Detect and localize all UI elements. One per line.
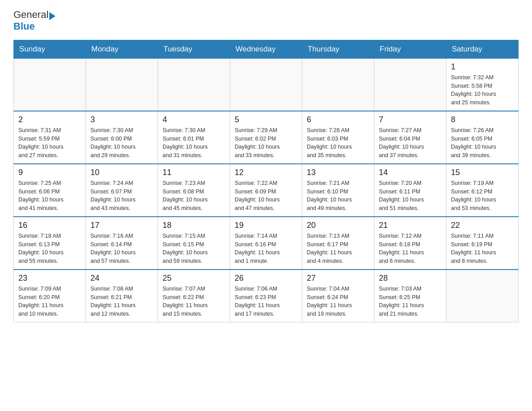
calendar-cell: 27Sunrise: 7:04 AM Sunset: 6:24 PM Dayli… (302, 270, 374, 322)
day-info: Sunrise: 7:04 AM Sunset: 6:24 PM Dayligh… (307, 285, 369, 318)
calendar-cell (302, 58, 374, 111)
day-info: Sunrise: 7:28 AM Sunset: 6:03 PM Dayligh… (307, 126, 369, 160)
calendar-cell: 6Sunrise: 7:28 AM Sunset: 6:03 PM Daylig… (302, 111, 374, 164)
calendar-cell (374, 58, 446, 111)
column-header-saturday: Saturday (446, 40, 519, 58)
calendar-week-row: 1Sunrise: 7:32 AM Sunset: 5:58 PM Daylig… (14, 58, 519, 111)
day-info: Sunrise: 7:20 AM Sunset: 6:11 PM Dayligh… (379, 179, 442, 213)
calendar-cell (86, 58, 158, 111)
day-info: Sunrise: 7:31 AM Sunset: 5:59 PM Dayligh… (18, 126, 81, 160)
day-number: 28 (379, 274, 442, 283)
day-number: 26 (235, 274, 297, 283)
column-header-sunday: Sunday (14, 40, 86, 58)
day-info: Sunrise: 7:11 AM Sunset: 6:19 PM Dayligh… (451, 232, 514, 265)
page-header: General Blue (13, 9, 519, 33)
calendar-week-row: 2Sunrise: 7:31 AM Sunset: 5:59 PM Daylig… (14, 111, 519, 164)
calendar-cell: 23Sunrise: 7:09 AM Sunset: 6:20 PM Dayli… (14, 270, 86, 322)
day-number: 11 (163, 168, 225, 177)
day-info: Sunrise: 7:32 AM Sunset: 5:58 PM Dayligh… (451, 73, 514, 107)
day-info: Sunrise: 7:23 AM Sunset: 6:08 PM Dayligh… (163, 179, 225, 213)
day-info: Sunrise: 7:24 AM Sunset: 6:07 PM Dayligh… (90, 179, 153, 213)
day-number: 5 (235, 115, 297, 124)
day-info: Sunrise: 7:08 AM Sunset: 6:21 PM Dayligh… (90, 285, 153, 318)
calendar-cell (446, 270, 519, 322)
day-number: 16 (18, 221, 81, 230)
day-number: 2 (18, 115, 81, 124)
day-info: Sunrise: 7:03 AM Sunset: 6:25 PM Dayligh… (379, 285, 442, 318)
calendar-cell: 3Sunrise: 7:30 AM Sunset: 6:00 PM Daylig… (86, 111, 158, 164)
day-number: 27 (307, 274, 369, 283)
day-number: 7 (379, 115, 442, 124)
calendar-cell: 10Sunrise: 7:24 AM Sunset: 6:07 PM Dayli… (86, 164, 158, 217)
calendar-cell: 2Sunrise: 7:31 AM Sunset: 5:59 PM Daylig… (14, 111, 86, 164)
day-info: Sunrise: 7:16 AM Sunset: 6:14 PM Dayligh… (90, 232, 153, 265)
day-info: Sunrise: 7:19 AM Sunset: 6:12 PM Dayligh… (451, 179, 514, 213)
day-number: 21 (379, 221, 442, 230)
calendar-week-row: 16Sunrise: 7:18 AM Sunset: 6:13 PM Dayli… (14, 217, 519, 270)
day-info: Sunrise: 7:07 AM Sunset: 6:22 PM Dayligh… (163, 285, 225, 318)
day-info: Sunrise: 7:15 AM Sunset: 6:15 PM Dayligh… (163, 232, 225, 265)
logo-line1: General (13, 9, 56, 21)
calendar-week-row: 9Sunrise: 7:25 AM Sunset: 6:06 PM Daylig… (14, 164, 519, 217)
day-number: 24 (90, 274, 153, 283)
calendar-cell: 5Sunrise: 7:29 AM Sunset: 6:02 PM Daylig… (230, 111, 302, 164)
calendar-cell: 24Sunrise: 7:08 AM Sunset: 6:21 PM Dayli… (86, 270, 158, 322)
calendar-cell: 12Sunrise: 7:22 AM Sunset: 6:09 PM Dayli… (230, 164, 302, 217)
calendar-cell: 28Sunrise: 7:03 AM Sunset: 6:25 PM Dayli… (374, 270, 446, 322)
logo-blue-text: Blue (13, 21, 56, 32)
day-info: Sunrise: 7:09 AM Sunset: 6:20 PM Dayligh… (18, 285, 81, 318)
calendar-cell (14, 58, 86, 111)
logo: General Blue (13, 9, 56, 33)
calendar-cell: 4Sunrise: 7:30 AM Sunset: 6:01 PM Daylig… (158, 111, 230, 164)
calendar-header-row: SundayMondayTuesdayWednesdayThursdayFrid… (14, 40, 519, 58)
calendar-cell: 19Sunrise: 7:14 AM Sunset: 6:16 PM Dayli… (230, 217, 302, 270)
calendar-cell: 14Sunrise: 7:20 AM Sunset: 6:11 PM Dayli… (374, 164, 446, 217)
day-info: Sunrise: 7:13 AM Sunset: 6:17 PM Dayligh… (307, 232, 369, 265)
day-number: 20 (307, 221, 369, 230)
day-number: 10 (90, 168, 153, 177)
calendar-table: SundayMondayTuesdayWednesdayThursdayFrid… (13, 40, 519, 322)
calendar-cell: 7Sunrise: 7:27 AM Sunset: 6:04 PM Daylig… (374, 111, 446, 164)
column-header-wednesday: Wednesday (230, 40, 302, 58)
calendar-cell: 13Sunrise: 7:21 AM Sunset: 6:10 PM Dayli… (302, 164, 374, 217)
calendar-cell: 22Sunrise: 7:11 AM Sunset: 6:19 PM Dayli… (446, 217, 519, 270)
calendar-cell: 8Sunrise: 7:26 AM Sunset: 6:05 PM Daylig… (446, 111, 519, 164)
day-number: 13 (307, 168, 369, 177)
column-header-friday: Friday (374, 40, 446, 58)
calendar-week-row: 23Sunrise: 7:09 AM Sunset: 6:20 PM Dayli… (14, 270, 519, 322)
day-number: 3 (90, 115, 153, 124)
day-info: Sunrise: 7:22 AM Sunset: 6:09 PM Dayligh… (235, 179, 297, 213)
day-info: Sunrise: 7:14 AM Sunset: 6:16 PM Dayligh… (235, 232, 297, 265)
day-info: Sunrise: 7:30 AM Sunset: 6:01 PM Dayligh… (163, 126, 225, 160)
day-number: 22 (451, 221, 514, 230)
day-info: Sunrise: 7:06 AM Sunset: 6:23 PM Dayligh… (235, 285, 297, 318)
calendar-cell (158, 58, 230, 111)
calendar-cell (230, 58, 302, 111)
day-number: 18 (163, 221, 225, 230)
day-number: 17 (90, 221, 153, 230)
day-number: 23 (18, 274, 81, 283)
day-number: 14 (379, 168, 442, 177)
calendar-cell: 17Sunrise: 7:16 AM Sunset: 6:14 PM Dayli… (86, 217, 158, 270)
day-number: 25 (163, 274, 225, 283)
calendar-cell: 9Sunrise: 7:25 AM Sunset: 6:06 PM Daylig… (14, 164, 86, 217)
day-number: 9 (18, 168, 81, 177)
calendar-cell: 15Sunrise: 7:19 AM Sunset: 6:12 PM Dayli… (446, 164, 519, 217)
day-info: Sunrise: 7:30 AM Sunset: 6:00 PM Dayligh… (90, 126, 153, 160)
day-info: Sunrise: 7:27 AM Sunset: 6:04 PM Dayligh… (379, 126, 442, 160)
day-info: Sunrise: 7:18 AM Sunset: 6:13 PM Dayligh… (18, 232, 81, 265)
calendar-cell: 18Sunrise: 7:15 AM Sunset: 6:15 PM Dayli… (158, 217, 230, 270)
day-number: 1 (451, 62, 514, 72)
calendar-cell: 25Sunrise: 7:07 AM Sunset: 6:22 PM Dayli… (158, 270, 230, 322)
column-header-thursday: Thursday (302, 40, 374, 58)
calendar-cell: 20Sunrise: 7:13 AM Sunset: 6:17 PM Dayli… (302, 217, 374, 270)
day-info: Sunrise: 7:12 AM Sunset: 6:18 PM Dayligh… (379, 232, 442, 265)
column-header-tuesday: Tuesday (158, 40, 230, 58)
day-number: 19 (235, 221, 297, 230)
day-number: 8 (451, 115, 514, 124)
calendar-cell: 26Sunrise: 7:06 AM Sunset: 6:23 PM Dayli… (230, 270, 302, 322)
column-header-monday: Monday (86, 40, 158, 58)
day-info: Sunrise: 7:25 AM Sunset: 6:06 PM Dayligh… (18, 179, 81, 213)
calendar-cell: 1Sunrise: 7:32 AM Sunset: 5:58 PM Daylig… (446, 58, 519, 111)
day-number: 6 (307, 115, 369, 124)
